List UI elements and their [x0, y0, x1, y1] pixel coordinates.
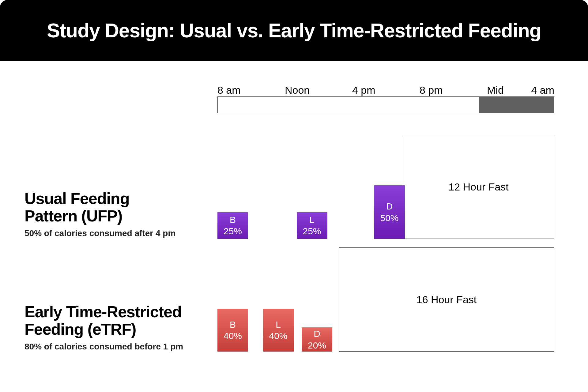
page-title: Study Design: Usual vs. Early Time-Restr… [47, 19, 541, 42]
meal-pct: 40% [269, 330, 287, 342]
timeline-day [218, 97, 479, 113]
meal-code: L [276, 319, 281, 330]
meal-code: D [314, 328, 320, 340]
timeline-tick: 8 pm [420, 84, 443, 96]
row-title-etrf: Early Time-Restricted Feeding (eTRF) [24, 303, 183, 338]
meal-code: L [309, 214, 315, 226]
timeline-axis: 8 amNoon4 pm8 pmMid4 am [217, 84, 554, 113]
meal-bar-ufp-l: L25% [297, 212, 327, 239]
meal-pct: 25% [303, 225, 321, 237]
row-label-etrf: Early Time-Restricted Feeding (eTRF) 80%… [24, 303, 183, 352]
timeline-bar [217, 96, 554, 113]
timeline-tick: 4 am [531, 84, 554, 96]
meal-bar-etrf-d: D20% [302, 327, 332, 352]
row-subtitle-ufp: 50% of calories consumed after 4 pm [24, 228, 175, 238]
timeline-tick: 8 am [217, 84, 241, 96]
timeline-night [479, 97, 554, 113]
timeline-ticks: 8 amNoon4 pm8 pmMid4 am [217, 84, 554, 96]
meal-code: D [386, 201, 393, 212]
meal-bar-ufp-b: B25% [217, 212, 248, 239]
timeline-tick: Mid [487, 84, 504, 96]
fast-box-etrf: 16 Hour Fast [339, 247, 554, 352]
timeline-tick: Noon [285, 84, 310, 96]
row-subtitle-etrf: 80% of calories consumed before 1 pm [24, 342, 183, 352]
meal-code: B [230, 319, 236, 330]
meal-bar-etrf-l: L40% [263, 309, 294, 352]
meal-bar-etrf-b: B40% [217, 309, 248, 352]
row-title-ufp: Usual Feeding Pattern (UFP) [24, 190, 175, 225]
meal-bar-ufp-d: D50% [374, 185, 405, 239]
meal-pct: 40% [224, 330, 242, 342]
meal-pct: 50% [380, 212, 398, 224]
meal-pct: 20% [308, 340, 326, 351]
meal-code: B [230, 214, 236, 226]
timeline-tick: 4 pm [352, 84, 375, 96]
page-header: Study Design: Usual vs. Early Time-Restr… [0, 0, 588, 61]
fast-box-ufp: 12 Hour Fast [403, 135, 554, 239]
meal-pct: 25% [224, 225, 242, 237]
row-label-ufp: Usual Feeding Pattern (UFP) 50% of calor… [24, 190, 175, 238]
